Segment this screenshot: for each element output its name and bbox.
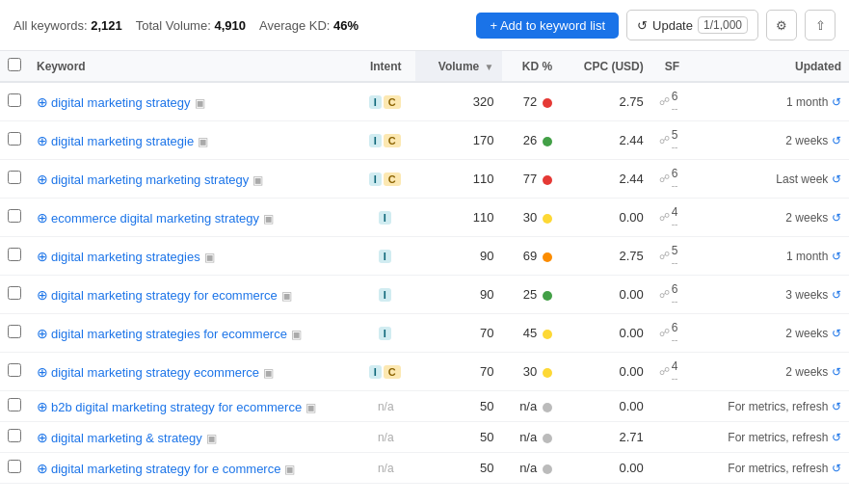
bookmark-icon[interactable]: ▣ — [206, 432, 217, 445]
kd-dot — [543, 464, 552, 474]
kd-dot — [543, 252, 552, 262]
bookmark-icon[interactable]: ▣ — [284, 463, 295, 476]
export-button[interactable]: ⇧ — [805, 10, 836, 40]
add-keyword-icon[interactable]: ⊕ — [37, 210, 48, 225]
select-all-checkbox[interactable] — [8, 58, 21, 71]
sf-cell: ☍6-- — [651, 82, 693, 121]
keyword-link[interactable]: digital marketing strategie — [51, 134, 194, 148]
add-keyword-icon[interactable]: ⊕ — [37, 326, 48, 341]
keyword-link[interactable]: digital marketing strategies for ecommer… — [51, 327, 287, 341]
keyword-link[interactable]: digital marketing strategies — [51, 250, 200, 264]
keyword-cell: ⊕digital marketing strategy ecommerce▣ — [29, 353, 356, 391]
keyword-link[interactable]: b2b digital marketing strategy for ecomm… — [51, 400, 302, 414]
updated-text: 3 weeks — [785, 288, 828, 302]
add-to-keyword-list-button[interactable]: + Add to keyword list — [476, 13, 619, 39]
table-row: ⊕digital marketing & strategy▣n/a50n/a2.… — [0, 422, 849, 453]
updated-cell: For metrics, refresh ↺ — [693, 422, 849, 453]
row-checkbox[interactable] — [8, 248, 21, 261]
add-keyword-icon[interactable]: ⊕ — [37, 461, 48, 476]
bookmark-icon[interactable]: ▣ — [281, 289, 292, 303]
add-keyword-icon[interactable]: ⊕ — [37, 133, 48, 148]
row-checkbox[interactable] — [8, 363, 21, 377]
cpc-cell: 2.75 — [560, 237, 651, 276]
refresh-icon[interactable]: ↺ — [832, 365, 841, 379]
refresh-icon[interactable]: ↺ — [832, 431, 841, 444]
keyword-cell: ⊕digital marketing marketing strategy▣ — [29, 160, 356, 199]
intent-cell: IC — [356, 121, 415, 160]
row-checkbox[interactable] — [8, 132, 21, 146]
refresh-icon[interactable]: ↺ — [832, 95, 841, 109]
update-button[interactable]: ↺ Update 1/1,000 — [626, 10, 758, 40]
keyword-link[interactable]: digital marketing & strategy — [51, 431, 202, 445]
row-checkbox[interactable] — [8, 286, 21, 300]
kd-dot — [543, 175, 552, 185]
kd-cell: 26 — [502, 121, 561, 160]
volume-cell: 170 — [415, 121, 501, 160]
table-row: ⊕digital marketing strategy for e commer… — [0, 453, 849, 484]
add-keyword-icon[interactable]: ⊕ — [37, 94, 48, 110]
refresh-icon[interactable]: ↺ — [832, 400, 841, 413]
row-checkbox[interactable] — [8, 171, 21, 184]
keyword-header: Keyword — [29, 51, 356, 82]
sf-number: 4 — [672, 359, 678, 373]
bookmark-icon[interactable]: ▣ — [252, 173, 263, 187]
row-checkbox[interactable] — [8, 325, 21, 338]
bookmark-icon[interactable]: ▣ — [263, 366, 274, 380]
refresh-icon[interactable]: ↺ — [832, 288, 841, 302]
sf-number: 5 — [672, 128, 678, 142]
table-row: ⊕digital marketing strategie▣IC170262.44… — [0, 121, 849, 160]
updated-text: For metrics, refresh — [728, 431, 828, 444]
refresh-icon[interactable]: ↺ — [832, 327, 841, 340]
keyword-link[interactable]: digital marketing marketing strategy — [51, 172, 249, 187]
kd-cell: 77 — [502, 160, 561, 199]
bookmark-icon[interactable]: ▣ — [204, 251, 215, 264]
add-keyword-icon[interactable]: ⊕ — [37, 172, 48, 187]
bookmark-icon[interactable]: ▣ — [195, 96, 205, 110]
row-checkbox[interactable] — [8, 429, 21, 442]
updated-text: For metrics, refresh — [728, 462, 828, 475]
bookmark-icon[interactable]: ▣ — [198, 135, 208, 148]
kd-cell: 72 — [502, 82, 561, 121]
refresh-icon[interactable]: ↺ — [832, 211, 841, 225]
refresh-icon[interactable]: ↺ — [832, 172, 841, 186]
sf-content: ☍4-- — [659, 359, 685, 384]
select-all-header — [0, 51, 29, 82]
intent-cell: IC — [356, 82, 415, 121]
sf-number: 5 — [672, 244, 678, 257]
volume-header[interactable]: Volume ▼ — [415, 51, 501, 82]
refresh-icon[interactable]: ↺ — [832, 462, 841, 475]
cpc-cell: 2.71 — [560, 422, 651, 453]
bookmark-icon[interactable]: ▣ — [305, 401, 316, 414]
keyword-link[interactable]: digital marketing strategy for ecommerce — [51, 288, 278, 303]
sf-content: ☍6-- — [659, 282, 685, 306]
settings-button[interactable]: ⚙ — [766, 10, 797, 40]
kd-dot — [543, 330, 552, 339]
keyword-link[interactable]: digital marketing strategy for e commerc… — [51, 462, 280, 476]
kd-value: 25 — [523, 287, 537, 302]
bookmark-icon[interactable]: ▣ — [263, 212, 274, 225]
keyword-link[interactable]: ecommerce digital marketing strategy — [51, 211, 259, 225]
row-checkbox[interactable] — [8, 398, 21, 411]
sf-number: 6 — [672, 90, 678, 103]
refresh-icon[interactable]: ↺ — [832, 134, 841, 147]
add-keyword-icon[interactable]: ⊕ — [37, 249, 48, 264]
updated-text: 2 weeks — [785, 365, 828, 379]
add-keyword-icon[interactable]: ⊕ — [37, 287, 48, 303]
row-checkbox[interactable] — [8, 93, 21, 107]
volume-cell: 70 — [415, 353, 501, 391]
refresh-icon[interactable]: ↺ — [832, 250, 841, 263]
add-keyword-icon[interactable]: ⊕ — [37, 430, 48, 445]
kd-dot — [543, 368, 552, 378]
cpc-cell: 0.00 — [560, 391, 651, 422]
row-checkbox[interactable] — [8, 209, 21, 223]
updated-text: 1 month — [786, 95, 828, 109]
bookmark-icon[interactable]: ▣ — [291, 328, 302, 341]
add-keyword-icon[interactable]: ⊕ — [37, 399, 48, 414]
row-checkbox[interactable] — [8, 460, 21, 473]
kd-dot — [543, 137, 552, 146]
keyword-link[interactable]: digital marketing strategy ecommerce — [51, 365, 259, 380]
add-keyword-icon[interactable]: ⊕ — [37, 364, 48, 380]
intent-badge-i: I — [379, 211, 391, 225]
keyword-link[interactable]: digital marketing strategy — [51, 95, 191, 110]
intent-na: n/a — [378, 462, 394, 475]
